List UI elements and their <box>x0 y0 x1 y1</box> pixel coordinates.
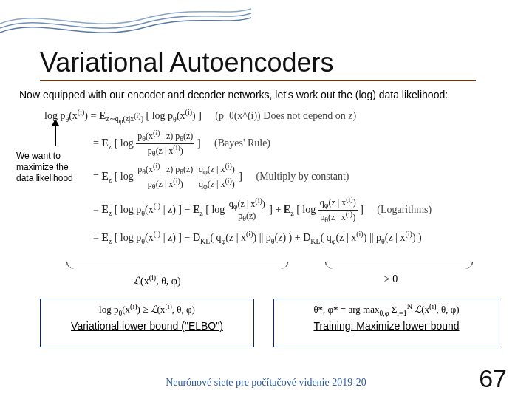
brace-kl <box>325 262 473 269</box>
elbo-label: ℒ(x(i), θ, φ) <box>133 273 181 287</box>
annot-4: (Logarithms) <box>377 204 432 215</box>
elbo-box-caption: Variational lower bound ("ELBO") <box>47 320 248 332</box>
derivation-line-4: = Ez [ log pθ(x(i) | z) ] − Ez [ log qφ(… <box>93 196 517 225</box>
derivation-line-1: log pθ(x(i)) = Ez∼qφ(z|x(i)) [ log pθ(x(… <box>44 108 517 125</box>
annot-1: (p_θ(x^(i)) Does not depend on z) <box>215 110 356 121</box>
derivation-line-5: = Ez [ log pθ(x(i) | z) ] − DKL( qφ(z | … <box>93 231 517 245</box>
derivation-line-2: = Ez [ log pθ(x(i) | z) pθ(z)pθ(z | x(i)… <box>93 129 517 158</box>
decorative-wave <box>0 0 251 44</box>
training-box-caption: Training: Maximize lower bound <box>280 320 493 332</box>
training-box: θ*, φ* = arg maxθ,φ Σi=1N ℒ(x(i), θ, φ) … <box>273 299 499 347</box>
brace-elbo <box>66 262 288 269</box>
intro-text: Now equipped with our encoder and decode… <box>19 89 514 100</box>
training-box-math: θ*, φ* = arg maxθ,φ Σi=1N ℒ(x(i), θ, φ) <box>280 302 493 317</box>
annot-3: (Multiply by constant) <box>256 171 349 182</box>
elbo-box-math: log pθ(x(i)) ≥ ℒ(x(i), θ, φ) <box>47 302 248 317</box>
annot-2: (Bayes' Rule) <box>214 137 270 149</box>
title-underline <box>40 80 476 81</box>
elbo-box: log pθ(x(i)) ≥ ℒ(x(i), θ, φ) Variational… <box>40 299 254 347</box>
derivation-block: log pθ(x(i)) = Ez∼qφ(z|x(i)) [ log pθ(x(… <box>44 108 517 248</box>
slide-title: Variational Autoencoders <box>40 47 334 78</box>
page-number: 67 <box>479 364 507 393</box>
geq-zero: ≥ 0 <box>384 273 398 285</box>
derivation-line-3: = Ez [ log pθ(x(i) | z) pθ(z)pθ(z | x(i)… <box>93 163 517 191</box>
footer-text: Neurónové siete pre počítačové videnie 2… <box>0 377 532 389</box>
